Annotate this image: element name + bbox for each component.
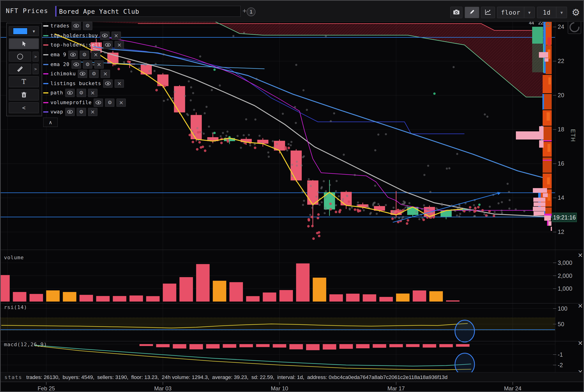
collapse-left-icon: < [22,105,25,111]
line-chart-icon [484,9,492,16]
eye-visibility-icon[interactable] [103,41,112,49]
legend-item-top-holders-buy: top-holders:buy× [43,32,121,40]
eye-visibility-icon[interactable] [65,108,75,116]
legend-item-label: top-holders:buy [50,33,98,38]
interval-dropdown[interactable]: 1d ▾ [537,7,567,18]
text-tool-button[interactable]: T [9,76,39,87]
collection-search-input[interactable] [58,6,236,17]
legend-swatch [43,35,48,36]
eye-visibility-icon[interactable] [103,80,112,88]
cursor-tool-button[interactable] [9,38,39,49]
pencil-icon [469,9,475,16]
metric-dropdown[interactable]: floor ▾ [497,7,535,18]
legend-swatch [43,92,48,94]
panel-close-button[interactable]: × [577,251,584,258]
eye-visibility-icon[interactable] [100,32,110,40]
panel-close-button[interactable]: × [577,302,584,309]
ellipse-tool-button[interactable] [9,52,31,62]
gear-icon[interactable]: ⚙ [77,108,86,116]
tab-count-badge[interactable]: 1 [247,8,256,16]
chevron-down-icon: ▾ [33,28,35,34]
legend-swatch [43,111,48,112]
close-icon[interactable]: × [88,108,98,116]
volume-panel-label: volume [4,254,24,260]
legend-item-volumeprofile: volumeprofile⚙× [43,98,126,106]
legend-item-ema-20: ema 20⚙× [43,60,104,68]
gear-icon[interactable]: ⚙ [105,98,114,107]
camera-icon [453,9,460,16]
legend-item-label: listings buckets [50,81,101,86]
gear-icon[interactable]: ⚙ [80,51,89,59]
ruler-icon [16,65,24,73]
legend-collapse-button[interactable]: ∧ [43,118,58,127]
close-icon[interactable]: × [94,60,104,68]
collapse-toolbar-button[interactable]: < [9,102,39,113]
screenshot-button[interactable] [450,7,462,18]
eye-visibility-icon[interactable] [68,51,78,59]
ellipse-tool-expander-button[interactable]: > [32,52,38,62]
cursor-icon [21,40,27,47]
eye-visibility-icon[interactable] [65,89,75,97]
legend-item-label: vwap [50,109,63,114]
rsi-panel-label: rsi(14) [4,304,27,310]
chevron-down-icon[interactable]: ▾ [556,7,567,18]
legend-item-ema-9: ema 9⚙× [43,51,100,58]
close-icon[interactable]: × [88,89,98,97]
main-chart-canvas[interactable] [1,1,584,392]
legend-swatch [43,64,48,65]
eye-visibility-icon[interactable] [72,60,81,68]
legend-item-label: ichimoku [50,71,76,76]
legend-item-label: trades [50,23,70,28]
stats-panel-label: stats [4,374,22,380]
close-icon[interactable]: × [114,41,124,49]
circle-icon [17,54,23,60]
app-title: NFT Prices [6,7,48,14]
legend-item-listings-buckets: listings buckets× [43,80,124,88]
draw-mode-button[interactable] [465,7,479,18]
stats-bar: stats trades: 26130, buyers: 4549, selle… [1,372,584,382]
legend-item-path: path⚙× [43,89,98,97]
color-picker-button[interactable]: ▾ [9,26,39,36]
top-bar: NFT Prices + 1 floor ▾ 1d ▾ [1,1,583,22]
close-icon[interactable]: × [114,80,124,88]
legend-swatch [43,73,48,74]
color-swatch [13,28,28,35]
close-icon[interactable]: × [112,32,121,40]
eye-visibility-icon[interactable] [94,98,103,107]
close-icon[interactable]: × [116,98,126,107]
eye-visibility-icon[interactable] [78,70,87,78]
settings-gear-button[interactable]: ⚙ [569,6,582,19]
panel-close-button[interactable]: × [577,339,584,346]
drawing-toolbar: ▾>>T< [6,23,42,116]
close-icon[interactable]: × [101,70,110,78]
legend-swatch [43,25,48,26]
text-icon: T [22,78,26,86]
gear-icon[interactable]: ⚙ [89,70,98,78]
metric-dropdown-value: floor [497,7,524,18]
close-icon[interactable]: × [91,51,100,59]
gear-icon[interactable]: ⚙ [77,89,86,97]
delete-tool-button[interactable] [9,89,39,100]
macd-panel-label: macd(12,26,9) [4,342,47,347]
app-window: 2422201816141244223,0002,0001,00010050-1… [0,0,584,392]
legend-item-vwap: vwap⚙× [43,108,98,116]
legend-item-ichimoku: ichimoku⚙× [43,70,110,78]
ruler-tool-expander-button[interactable]: > [32,64,38,74]
trash-icon [21,92,27,98]
legend-item-label: path [50,90,63,96]
legend-swatch [43,54,48,55]
gear-icon[interactable]: ⚙ [83,22,92,30]
add-tab-plus[interactable]: + [242,7,247,15]
gear-icon[interactable]: ⚙ [83,60,92,68]
indicators-button[interactable] [481,7,495,18]
legend-item-trades: trades⚙ [43,22,92,30]
chevron-down-icon[interactable]: ▾ [524,7,534,18]
legend-item-label: ema 9 [50,52,66,58]
price-axis-unit: ETH [570,129,576,142]
eye-visibility-icon[interactable] [72,22,81,30]
legend-swatch [43,44,48,46]
candle-countdown-label: 19:21:16 [552,213,577,222]
stats-values-text: trades: 26130, buyers: 4549, sellers: 31… [26,374,448,380]
collection-search-box[interactable] [55,6,240,17]
ruler-tool-button[interactable] [9,64,31,74]
